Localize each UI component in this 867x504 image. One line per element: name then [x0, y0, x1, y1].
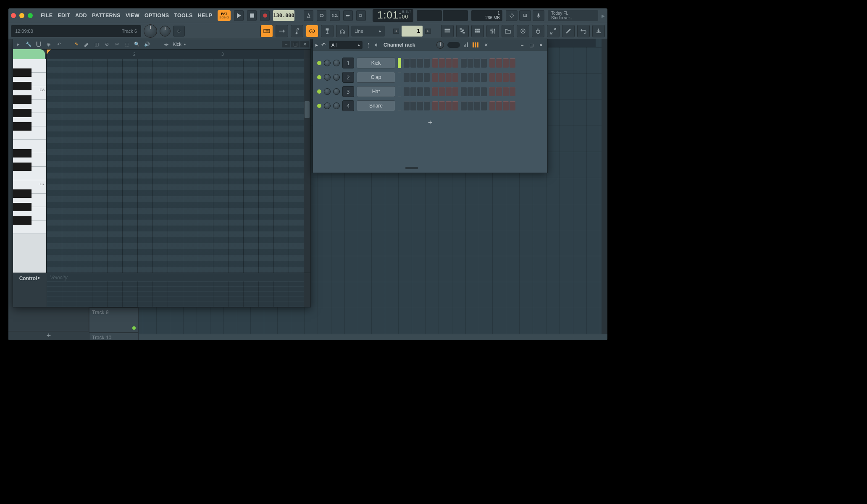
pr-maximize-button[interactable]: ▢	[291, 41, 300, 47]
fullscreen-window-button[interactable]	[28, 13, 33, 18]
cr-options-icon[interactable]: ⋮	[366, 42, 371, 48]
step-button[interactable]	[424, 58, 430, 68]
channel-pan-knob[interactable]	[324, 60, 331, 66]
channel-mute-led[interactable]	[317, 75, 321, 79]
link-remote-button[interactable]	[306, 25, 318, 37]
step-button[interactable]	[489, 87, 495, 96]
step-button[interactable]	[503, 58, 509, 68]
cr-graph-icon[interactable]	[463, 42, 469, 49]
step-button[interactable]	[481, 58, 487, 68]
step-button[interactable]	[424, 73, 430, 82]
channel-volume-knob[interactable]	[333, 74, 340, 81]
cr-swing-knob[interactable]	[436, 41, 444, 49]
channel-mixer-track[interactable]: 2	[342, 72, 354, 83]
undo-history-button[interactable]	[506, 10, 518, 21]
pattern-prev[interactable]: ◂	[393, 29, 399, 34]
step-button[interactable]	[432, 101, 438, 110]
mixer-button[interactable]	[486, 25, 499, 37]
step-button[interactable]	[489, 58, 495, 68]
master-volume-knob[interactable]	[144, 24, 157, 38]
pr-select-tool-icon[interactable]: ⬚	[123, 40, 131, 48]
channel-pan-knob[interactable]	[324, 88, 331, 95]
step-button[interactable]	[474, 87, 480, 96]
overdub-button[interactable]	[343, 10, 353, 21]
pr-control-scrollbar[interactable]	[304, 273, 310, 307]
link-note-button[interactable]	[291, 25, 303, 37]
pattern-next[interactable]: ▸	[425, 29, 431, 34]
step-button[interactable]	[510, 58, 515, 68]
pr-undo-icon[interactable]: ↶	[55, 40, 63, 48]
pr-draw-tool-icon[interactable]: ✎	[73, 40, 80, 48]
snap-selector[interactable]: Line▸	[351, 26, 385, 37]
step-button[interactable]	[481, 73, 487, 82]
step-button[interactable]	[461, 73, 467, 82]
step-button[interactable]	[452, 73, 458, 82]
step-button[interactable]	[503, 73, 509, 82]
pr-channel-name[interactable]: Kick	[173, 42, 181, 47]
pr-close-button[interactable]: ✕	[300, 41, 309, 47]
step-button[interactable]	[474, 58, 480, 68]
channel-rack-titlebar[interactable]: ▸ ↶ All▸ ⋮ Channel rack ✕ – ▢ ✕	[313, 39, 547, 51]
song-position-display[interactable]: B:S:T 1:01:00	[373, 9, 413, 22]
cr-close-button[interactable]: ✕	[482, 42, 490, 48]
arrange-windows-button[interactable]	[562, 25, 575, 37]
menu-add[interactable]: ADD	[73, 11, 89, 20]
channel-pan-knob[interactable]	[324, 74, 331, 81]
step-button[interactable]	[439, 87, 445, 96]
play-button[interactable]	[234, 10, 244, 21]
cr-maximize-button[interactable]: ▢	[527, 42, 536, 48]
step-button[interactable]	[432, 58, 438, 68]
step-button[interactable]	[452, 87, 458, 96]
step-button[interactable]	[404, 87, 410, 96]
step-button[interactable]	[496, 58, 502, 68]
channel-select[interactable]	[398, 87, 401, 97]
tempo-display[interactable]: 130.000	[273, 10, 294, 21]
step-sequencer[interactable]	[404, 87, 517, 96]
pr-scrollbar-vertical[interactable]	[304, 59, 310, 273]
metronome-button[interactable]	[304, 10, 313, 21]
step-button[interactable]	[452, 101, 458, 110]
pr-minimize-button[interactable]: –	[282, 41, 290, 47]
pr-control-label[interactable]: Control▸	[13, 273, 47, 307]
pr-scroll-up-button[interactable]	[304, 50, 310, 59]
headphone-preview-button[interactable]	[336, 25, 349, 37]
pr-playhead-icon[interactable]	[47, 50, 52, 54]
cr-add-channel-button[interactable]: +	[317, 116, 543, 129]
pattern-song-toggle[interactable]: PAT SONG	[218, 10, 231, 21]
playlist-add-button[interactable]: +	[8, 331, 89, 340]
visualizer-meter[interactable]	[443, 10, 468, 21]
step-button[interactable]	[417, 73, 423, 82]
step-button[interactable]	[461, 58, 467, 68]
cr-menu-icon[interactable]: ▸	[315, 42, 318, 48]
step-button[interactable]	[417, 101, 423, 110]
master-pitch-knob[interactable]	[160, 26, 171, 37]
step-button[interactable]	[496, 73, 502, 82]
close-window-button[interactable]	[11, 13, 16, 18]
step-edit-button[interactable]	[276, 25, 288, 37]
step-button[interactable]	[461, 101, 467, 110]
pr-stamp-icon[interactable]: ◉	[45, 40, 53, 48]
step-button[interactable]	[468, 73, 473, 82]
stop-button[interactable]	[247, 10, 257, 21]
menu-patterns[interactable]: PATTERNS	[90, 11, 123, 20]
step-button[interactable]	[510, 87, 515, 96]
piano-roll-grid[interactable]	[47, 59, 304, 273]
channel-volume-knob[interactable]	[333, 88, 340, 95]
piano-keyboard[interactable]: C8 C7	[13, 59, 47, 273]
cr-filter-selector[interactable]: All▸	[329, 41, 363, 49]
step-button[interactable]	[489, 101, 495, 110]
step-button[interactable]	[446, 58, 452, 68]
step-button[interactable]	[439, 101, 445, 110]
step-button[interactable]	[410, 101, 416, 110]
midi-settings-button[interactable]	[519, 10, 531, 21]
pr-magnet-icon[interactable]	[35, 40, 42, 48]
playlist-button[interactable]	[441, 25, 454, 37]
step-button[interactable]	[446, 101, 452, 110]
save-button[interactable]	[592, 25, 605, 37]
browser-button[interactable]	[502, 25, 514, 37]
piano-roll-button[interactable]	[456, 25, 469, 37]
playlist-track-header[interactable]: Track 9	[89, 307, 139, 333]
channel-mixer-track[interactable]: 3	[342, 86, 354, 97]
step-button[interactable]	[510, 101, 515, 110]
cr-close2-button[interactable]: ✕	[536, 42, 545, 48]
